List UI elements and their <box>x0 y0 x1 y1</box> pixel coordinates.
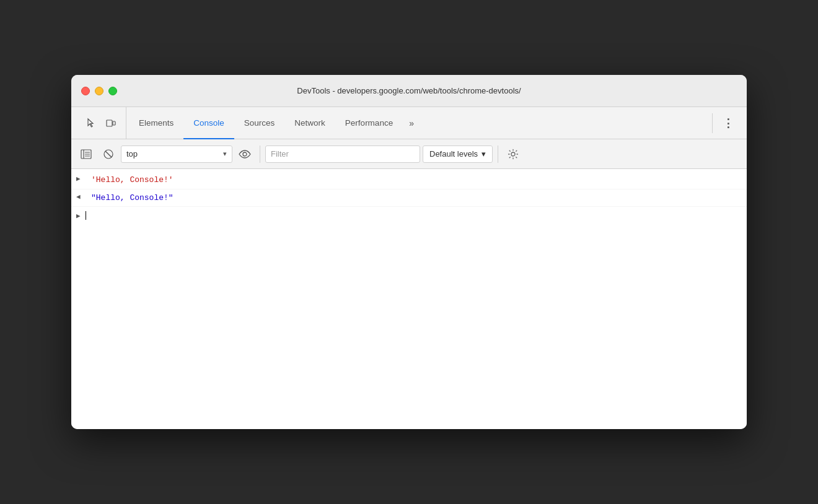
toolbar-sep-2 <box>498 146 498 163</box>
svg-point-10 <box>511 152 515 156</box>
expand-arrow-1[interactable]: ▶ <box>76 174 89 185</box>
more-tabs-button[interactable]: » <box>403 107 420 139</box>
svg-line-8 <box>105 151 112 157</box>
log-levels-button[interactable]: Default levels ▾ <box>423 146 493 163</box>
devtools-menu-button[interactable]: ⋮ <box>715 107 742 139</box>
device-toolbar-button[interactable] <box>102 115 120 132</box>
filter-input[interactable] <box>265 146 420 163</box>
tab-sources[interactable]: Sources <box>234 108 285 139</box>
minimize-button[interactable] <box>95 87 103 95</box>
levels-arrow-icon: ▾ <box>482 149 486 159</box>
tab-console[interactable]: Console <box>183 108 234 139</box>
maximize-button[interactable] <box>108 87 117 95</box>
tabs-separator <box>712 113 713 133</box>
live-expressions-button[interactable] <box>235 144 255 164</box>
devtools-window: DevTools - developers.google.com/web/too… <box>71 75 747 429</box>
toolbar-sep-1 <box>260 146 260 163</box>
console-output: ▶ 'Hello, Console!' ◀ "Hello, Console!" … <box>71 169 747 429</box>
svg-point-9 <box>243 152 247 156</box>
console-settings-button[interactable] <box>503 144 523 164</box>
tab-performance[interactable]: Performance <box>335 108 403 139</box>
svg-rect-1 <box>113 121 115 125</box>
window-title: DevTools - developers.google.com/web/too… <box>297 86 521 95</box>
context-arrow-icon: ▾ <box>223 150 227 158</box>
console-prompt-icon: ▶ <box>76 212 81 220</box>
console-return-text-1: "Hello, Console!" <box>91 192 174 204</box>
close-button[interactable] <box>81 87 90 95</box>
context-selector[interactable]: top ▾ <box>121 146 232 163</box>
levels-label: Default levels <box>429 149 478 159</box>
clear-console-button[interactable] <box>99 144 118 164</box>
titlebar: DevTools - developers.google.com/web/too… <box>71 75 747 107</box>
traffic-lights <box>81 87 117 95</box>
tab-network[interactable]: Network <box>284 108 335 139</box>
tabs-bar: Elements Console Sources Network Perform… <box>71 107 747 139</box>
console-toolbar: top ▾ Default levels ▾ <box>71 139 747 169</box>
svg-rect-0 <box>107 120 112 126</box>
console-output-text-1: 'Hello, Console!' <box>91 174 174 186</box>
context-value: top <box>126 149 219 159</box>
console-input-line[interactable]: ▶ <box>71 207 747 224</box>
tab-elements[interactable]: Elements <box>129 108 183 139</box>
console-cursor <box>86 211 86 220</box>
console-log-line-1: ▶ 'Hello, Console!' <box>71 172 747 189</box>
console-return-line-1: ◀ "Hello, Console!" <box>71 189 747 207</box>
inspect-element-button[interactable] <box>82 115 100 132</box>
show-sidebar-button[interactable] <box>76 144 96 164</box>
return-arrow-1: ◀ <box>76 192 89 202</box>
devtools-icon-group <box>76 107 126 139</box>
